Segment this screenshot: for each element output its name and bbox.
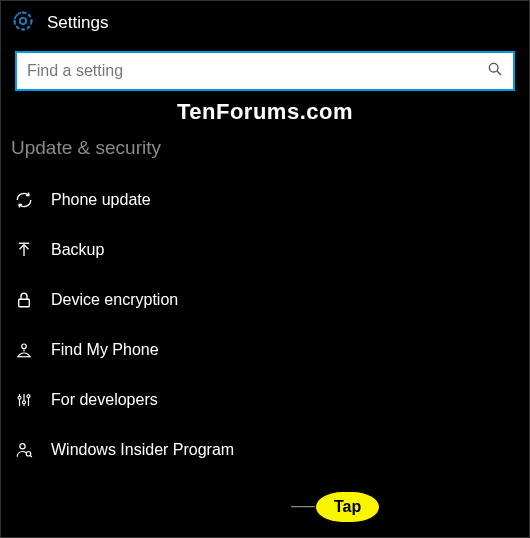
menu-label: Find My Phone	[51, 341, 159, 359]
menu-item-backup[interactable]: Backup	[1, 225, 529, 275]
callout-pointer	[291, 506, 315, 508]
search-input[interactable]	[27, 62, 487, 80]
svg-line-17	[30, 455, 32, 457]
menu-item-device-encryption[interactable]: Device encryption	[1, 275, 529, 325]
svg-point-2	[489, 63, 498, 72]
gear-icon	[11, 9, 35, 37]
svg-point-0	[20, 18, 26, 24]
developer-icon	[11, 391, 37, 409]
svg-point-14	[27, 395, 30, 398]
arrow-up-icon	[11, 241, 37, 259]
search-box[interactable]	[15, 51, 515, 91]
section-header: Update & security	[1, 131, 529, 175]
svg-point-12	[23, 401, 26, 404]
refresh-icon	[11, 191, 37, 209]
find-phone-icon	[11, 341, 37, 359]
settings-menu: Phone update Backup Device encryption	[1, 175, 529, 475]
page-title: Settings	[47, 13, 108, 33]
search-icon	[487, 61, 503, 81]
svg-point-15	[20, 444, 25, 449]
menu-item-windows-insider-program[interactable]: Windows Insider Program	[1, 425, 529, 475]
menu-item-find-my-phone[interactable]: Find My Phone	[1, 325, 529, 375]
insider-icon	[11, 441, 37, 459]
svg-line-3	[497, 71, 501, 75]
callout-bubble: Tap	[315, 491, 380, 523]
svg-point-16	[26, 452, 31, 457]
watermark-text: TenForums.com	[1, 99, 529, 125]
menu-label: Windows Insider Program	[51, 441, 234, 459]
settings-header: Settings	[1, 1, 529, 47]
svg-rect-6	[19, 299, 30, 307]
annotation-callout: Tap	[291, 491, 380, 523]
lock-icon	[11, 291, 37, 309]
svg-point-7	[22, 344, 27, 349]
menu-label: For developers	[51, 391, 158, 409]
menu-label: Backup	[51, 241, 104, 259]
svg-point-10	[18, 396, 21, 399]
menu-label: Phone update	[51, 191, 151, 209]
menu-item-for-developers[interactable]: For developers	[1, 375, 529, 425]
menu-label: Device encryption	[51, 291, 178, 309]
menu-item-phone-update[interactable]: Phone update	[1, 175, 529, 225]
